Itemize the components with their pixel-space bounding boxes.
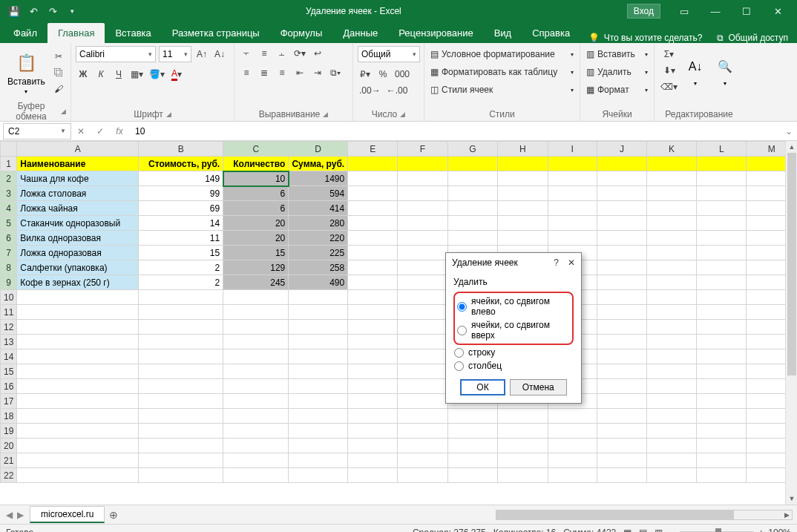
- tab-file[interactable]: Файл: [3, 23, 47, 43]
- zoom-control[interactable]: − + 100%: [670, 528, 791, 533]
- cell-F12[interactable]: [398, 320, 447, 335]
- cell-C11[interactable]: [223, 305, 289, 320]
- cell-J14[interactable]: [597, 349, 647, 364]
- underline-button[interactable]: Ч: [111, 67, 126, 82]
- cell-J19[interactable]: [597, 424, 647, 439]
- cell-D22[interactable]: [289, 468, 348, 483]
- cell-L10[interactable]: [697, 290, 747, 305]
- cell-C18[interactable]: [223, 409, 289, 424]
- cell-B14[interactable]: [139, 349, 223, 364]
- currency-icon[interactable]: ₽▾: [358, 67, 373, 82]
- cell-F1[interactable]: [398, 157, 447, 171]
- cell-F8[interactable]: [398, 260, 447, 275]
- cell-J20[interactable]: [597, 439, 647, 453]
- border-icon[interactable]: ▦▾: [129, 67, 145, 82]
- col-header-H[interactable]: H: [498, 142, 548, 157]
- cell-B16[interactable]: [139, 379, 223, 394]
- select-all[interactable]: [1, 142, 17, 157]
- cell-B5[interactable]: 14: [139, 216, 223, 231]
- tab-formulas[interactable]: Формулы: [270, 23, 333, 43]
- find-select-button[interactable]: 🔍▾: [712, 46, 738, 95]
- sheet-tab[interactable]: microexcel.ru: [30, 506, 105, 523]
- cell-G21[interactable]: [447, 453, 498, 468]
- cell-F11[interactable]: [398, 305, 447, 320]
- cell-I3[interactable]: [548, 186, 597, 201]
- cell-B22[interactable]: [139, 468, 223, 483]
- cell-L15[interactable]: [697, 364, 747, 379]
- scroll-up-icon[interactable]: ▲: [786, 141, 797, 153]
- view-normal-icon[interactable]: ▦: [623, 528, 632, 533]
- ok-button[interactable]: ОК: [460, 379, 505, 395]
- view-pagebreak-icon[interactable]: ▥: [655, 528, 663, 533]
- cell-I20[interactable]: [548, 439, 597, 453]
- cell-B19[interactable]: [139, 424, 223, 439]
- cell-C14[interactable]: [223, 349, 289, 364]
- tell-me[interactable]: 💡Что вы хотите сделать?: [588, 33, 703, 43]
- cell-D19[interactable]: [289, 424, 348, 439]
- cell-L11[interactable]: [697, 305, 747, 320]
- cell-B15[interactable]: [139, 364, 223, 379]
- cell-I6[interactable]: [548, 231, 597, 246]
- col-header-A[interactable]: A: [17, 142, 139, 157]
- cell-E11[interactable]: [348, 305, 398, 320]
- signin-button[interactable]: Вход: [627, 4, 660, 19]
- cell-E2[interactable]: [348, 171, 398, 186]
- option-shift-left[interactable]: ячейки, со сдвигом влево: [456, 295, 571, 318]
- cell-K14[interactable]: [646, 349, 696, 364]
- cell-F2[interactable]: [398, 171, 447, 186]
- hscroll-thumb[interactable]: [496, 510, 734, 519]
- cell-J12[interactable]: [597, 320, 647, 335]
- cell-K13[interactable]: [646, 335, 696, 349]
- cell-F18[interactable]: [398, 409, 447, 424]
- cell-D17[interactable]: [289, 394, 348, 409]
- increase-decimal-icon[interactable]: .00→: [358, 83, 382, 98]
- row-header-16[interactable]: 16: [1, 379, 17, 394]
- cell-D5[interactable]: 280: [289, 216, 348, 231]
- cell-E14[interactable]: [348, 349, 398, 364]
- col-header-F[interactable]: F: [398, 142, 447, 157]
- row-header-8[interactable]: 8: [1, 260, 17, 275]
- cell-B20[interactable]: [139, 439, 223, 453]
- option-column[interactable]: столбец: [453, 360, 574, 372]
- cell-E18[interactable]: [348, 409, 398, 424]
- cell-B12[interactable]: [139, 320, 223, 335]
- cell-A5[interactable]: Стаканчик одноразовый: [17, 216, 139, 231]
- cell-L14[interactable]: [697, 349, 747, 364]
- cell-G4[interactable]: [447, 201, 498, 216]
- cell-L9[interactable]: [697, 275, 747, 290]
- cut-icon[interactable]: ✂: [51, 49, 66, 64]
- row-header-2[interactable]: 2: [1, 171, 17, 186]
- cell-F15[interactable]: [398, 364, 447, 379]
- cell-K15[interactable]: [646, 364, 696, 379]
- increase-font-icon[interactable]: A↑: [194, 47, 209, 62]
- cell-L5[interactable]: [697, 216, 747, 231]
- cell-J6[interactable]: [597, 231, 647, 246]
- undo-icon[interactable]: ↶: [25, 3, 42, 19]
- cell-B13[interactable]: [139, 335, 223, 349]
- cell-F20[interactable]: [398, 439, 447, 453]
- cell-L6[interactable]: [697, 231, 747, 246]
- cell-K2[interactable]: [646, 171, 696, 186]
- cell-D4[interactable]: 414: [289, 201, 348, 216]
- cell-G18[interactable]: [447, 409, 498, 424]
- cell-F9[interactable]: [398, 275, 447, 290]
- cell-F5[interactable]: [398, 216, 447, 231]
- cell-J11[interactable]: [597, 305, 647, 320]
- cell-I4[interactable]: [548, 201, 597, 216]
- cell-I2[interactable]: [548, 171, 597, 186]
- dialog-help-icon[interactable]: ?: [554, 257, 559, 268]
- cell-E15[interactable]: [348, 364, 398, 379]
- scroll-down-icon[interactable]: ▼: [786, 493, 797, 505]
- cell-G19[interactable]: [447, 424, 498, 439]
- cell-E3[interactable]: [348, 186, 398, 201]
- row-header-13[interactable]: 13: [1, 335, 17, 349]
- cell-K17[interactable]: [646, 394, 696, 409]
- row-header-7[interactable]: 7: [1, 246, 17, 260]
- cell-F10[interactable]: [398, 290, 447, 305]
- cell-E8[interactable]: [348, 260, 398, 275]
- format-as-table-button[interactable]: ▦Форматировать как таблицу▾: [429, 64, 575, 80]
- clear-icon[interactable]: ⌫▾: [659, 79, 679, 94]
- cell-J10[interactable]: [597, 290, 647, 305]
- cell-D14[interactable]: [289, 349, 348, 364]
- font-size-combo[interactable]: 11▾: [159, 46, 191, 62]
